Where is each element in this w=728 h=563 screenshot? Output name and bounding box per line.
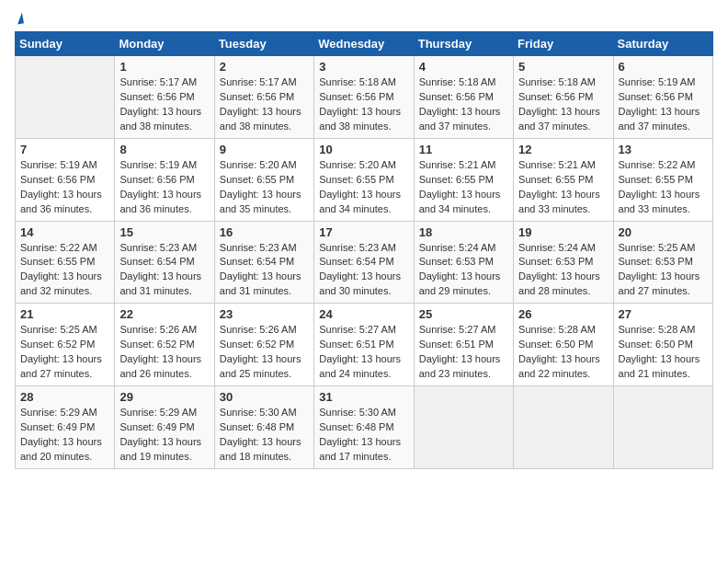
daylight-text: Daylight: 13 hours and 17 minutes. [319, 436, 401, 462]
sunset-text: Sunset: 6:54 PM [319, 256, 393, 267]
calendar-cell: 21 Sunrise: 5:25 AM Sunset: 6:52 PM Dayl… [16, 304, 115, 386]
daylight-text: Daylight: 13 hours and 37 minutes. [518, 106, 600, 132]
day-info: Sunrise: 5:23 AM Sunset: 6:54 PM Dayligh… [319, 241, 408, 300]
day-info: Sunrise: 5:20 AM Sunset: 6:55 PM Dayligh… [220, 158, 309, 217]
sunset-text: Sunset: 6:48 PM [220, 421, 294, 432]
sunrise-text: Sunrise: 5:23 AM [119, 242, 197, 253]
day-number: 5 [518, 60, 608, 74]
sunrise-text: Sunrise: 5:19 AM [119, 159, 197, 170]
daylight-text: Daylight: 13 hours and 33 minutes. [619, 189, 700, 214]
sunset-text: Sunset: 6:50 PM [619, 339, 693, 350]
sunset-text: Sunset: 6:55 PM [419, 174, 494, 185]
daylight-text: Daylight: 13 hours and 38 minutes. [319, 106, 401, 132]
sunset-text: Sunset: 6:55 PM [20, 256, 95, 267]
calendar-cell [16, 56, 115, 139]
sunset-text: Sunset: 6:56 PM [119, 91, 194, 102]
day-info: Sunrise: 5:19 AM Sunset: 6:56 PM Dayligh… [619, 75, 708, 134]
sunset-text: Sunset: 6:49 PM [119, 421, 194, 432]
sunrise-text: Sunrise: 5:28 AM [619, 324, 696, 335]
daylight-text: Daylight: 13 hours and 36 minutes. [119, 189, 201, 214]
sunrise-text: Sunrise: 5:23 AM [319, 242, 396, 253]
day-info: Sunrise: 5:28 AM Sunset: 6:50 PM Dayligh… [518, 323, 608, 382]
day-number: 31 [319, 390, 408, 404]
calendar-cell: 15 Sunrise: 5:23 AM Sunset: 6:54 PM Dayl… [115, 221, 214, 304]
day-number: 16 [220, 225, 309, 239]
day-number: 10 [319, 143, 408, 156]
sunrise-text: Sunrise: 5:18 AM [319, 76, 396, 87]
sunset-text: Sunset: 6:53 PM [518, 256, 593, 267]
sunrise-text: Sunrise: 5:23 AM [220, 242, 297, 253]
calendar-cell: 19 Sunrise: 5:24 AM Sunset: 6:53 PM Dayl… [514, 221, 613, 304]
sunrise-text: Sunrise: 5:30 AM [220, 407, 297, 418]
day-info: Sunrise: 5:27 AM Sunset: 6:51 PM Dayligh… [419, 323, 508, 382]
day-info: Sunrise: 5:22 AM Sunset: 6:55 PM Dayligh… [619, 158, 708, 217]
day-number: 3 [319, 60, 408, 74]
daylight-text: Daylight: 13 hours and 31 minutes. [220, 270, 301, 296]
day-number: 9 [220, 143, 309, 156]
weekday-header: Wednesday [314, 32, 414, 56]
sunset-text: Sunset: 6:50 PM [518, 339, 593, 350]
sunset-text: Sunset: 6:55 PM [619, 174, 693, 185]
daylight-text: Daylight: 13 hours and 33 minutes. [518, 189, 600, 214]
sunset-text: Sunset: 6:49 PM [20, 421, 95, 432]
sunrise-text: Sunrise: 5:27 AM [319, 324, 396, 335]
logo [15, 15, 23, 24]
calendar-cell: 20 Sunrise: 5:25 AM Sunset: 6:53 PM Dayl… [613, 221, 712, 304]
daylight-text: Daylight: 13 hours and 25 minutes. [220, 353, 301, 379]
day-info: Sunrise: 5:26 AM Sunset: 6:52 PM Dayligh… [220, 323, 309, 382]
calendar-cell: 23 Sunrise: 5:26 AM Sunset: 6:52 PM Dayl… [214, 304, 313, 386]
sunrise-text: Sunrise: 5:29 AM [20, 407, 97, 418]
day-number: 11 [419, 143, 508, 156]
day-info: Sunrise: 5:26 AM Sunset: 6:52 PM Dayligh… [119, 323, 209, 382]
daylight-text: Daylight: 13 hours and 37 minutes. [619, 106, 700, 132]
day-number: 21 [20, 307, 109, 321]
day-info: Sunrise: 5:24 AM Sunset: 6:53 PM Dayligh… [518, 241, 608, 300]
sunrise-text: Sunrise: 5:19 AM [619, 76, 696, 87]
calendar-cell [414, 386, 513, 469]
daylight-text: Daylight: 13 hours and 20 minutes. [20, 436, 102, 462]
sunset-text: Sunset: 6:56 PM [518, 91, 593, 102]
sunrise-text: Sunrise: 5:26 AM [119, 324, 197, 335]
calendar-cell: 17 Sunrise: 5:23 AM Sunset: 6:54 PM Dayl… [314, 221, 414, 304]
sunset-text: Sunset: 6:56 PM [119, 174, 194, 185]
calendar-cell: 14 Sunrise: 5:22 AM Sunset: 6:55 PM Dayl… [16, 221, 115, 304]
sunset-text: Sunset: 6:56 PM [419, 91, 494, 102]
calendar-cell: 7 Sunrise: 5:19 AM Sunset: 6:56 PM Dayli… [16, 138, 115, 221]
sunset-text: Sunset: 6:53 PM [619, 256, 693, 267]
daylight-text: Daylight: 13 hours and 24 minutes. [319, 353, 401, 379]
day-number: 15 [119, 225, 209, 239]
calendar-cell: 18 Sunrise: 5:24 AM Sunset: 6:53 PM Dayl… [414, 221, 513, 304]
day-number: 8 [119, 143, 209, 156]
sunset-text: Sunset: 6:56 PM [319, 91, 393, 102]
day-info: Sunrise: 5:21 AM Sunset: 6:55 PM Dayligh… [518, 158, 608, 217]
calendar-cell: 16 Sunrise: 5:23 AM Sunset: 6:54 PM Dayl… [214, 221, 313, 304]
daylight-text: Daylight: 13 hours and 34 minutes. [419, 189, 501, 214]
day-number: 6 [619, 60, 708, 74]
sunset-text: Sunset: 6:55 PM [518, 174, 593, 185]
calendar-cell: 4 Sunrise: 5:18 AM Sunset: 6:56 PM Dayli… [414, 56, 513, 139]
sunrise-text: Sunrise: 5:25 AM [619, 242, 696, 253]
day-info: Sunrise: 5:30 AM Sunset: 6:48 PM Dayligh… [319, 406, 408, 465]
daylight-text: Daylight: 13 hours and 36 minutes. [20, 189, 102, 214]
day-info: Sunrise: 5:25 AM Sunset: 6:52 PM Dayligh… [20, 323, 109, 382]
weekday-header: Saturday [613, 32, 712, 56]
day-info: Sunrise: 5:19 AM Sunset: 6:56 PM Dayligh… [119, 158, 209, 217]
daylight-text: Daylight: 13 hours and 18 minutes. [220, 436, 301, 462]
day-info: Sunrise: 5:25 AM Sunset: 6:53 PM Dayligh… [619, 241, 708, 300]
page-header [15, 15, 713, 24]
calendar-cell: 2 Sunrise: 5:17 AM Sunset: 6:56 PM Dayli… [214, 56, 313, 139]
day-number: 28 [20, 390, 109, 404]
sunrise-text: Sunrise: 5:18 AM [518, 76, 596, 87]
calendar-cell: 8 Sunrise: 5:19 AM Sunset: 6:56 PM Dayli… [115, 138, 214, 221]
sunset-text: Sunset: 6:56 PM [220, 91, 294, 102]
sunset-text: Sunset: 6:55 PM [220, 174, 294, 185]
daylight-text: Daylight: 13 hours and 21 minutes. [619, 353, 700, 379]
day-info: Sunrise: 5:23 AM Sunset: 6:54 PM Dayligh… [220, 241, 309, 300]
calendar-cell: 30 Sunrise: 5:30 AM Sunset: 6:48 PM Dayl… [214, 386, 313, 469]
daylight-text: Daylight: 13 hours and 26 minutes. [119, 353, 201, 379]
day-number: 18 [419, 225, 508, 239]
day-number: 26 [518, 307, 608, 321]
day-number: 24 [319, 307, 408, 321]
calendar-cell: 27 Sunrise: 5:28 AM Sunset: 6:50 PM Dayl… [613, 304, 712, 386]
sunrise-text: Sunrise: 5:25 AM [20, 324, 97, 335]
